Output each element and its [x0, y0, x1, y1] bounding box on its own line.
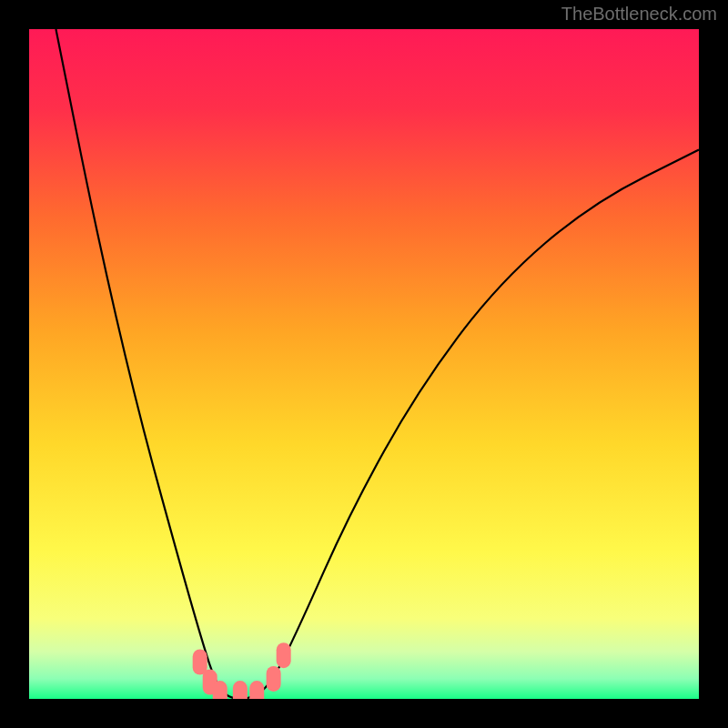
curve-marker [277, 642, 291, 668]
curve-marker [193, 650, 207, 675]
curve-marker [267, 666, 281, 692]
chart-frame: TheBottleneck.com [0, 0, 728, 728]
curve-marker [249, 681, 264, 699]
plot-area [29, 29, 699, 699]
chart-svg [29, 29, 699, 699]
curve-marker [233, 681, 248, 699]
gradient-background [29, 29, 699, 699]
watermark-text: TheBottleneck.com [561, 4, 717, 25]
curve-marker [213, 681, 228, 699]
